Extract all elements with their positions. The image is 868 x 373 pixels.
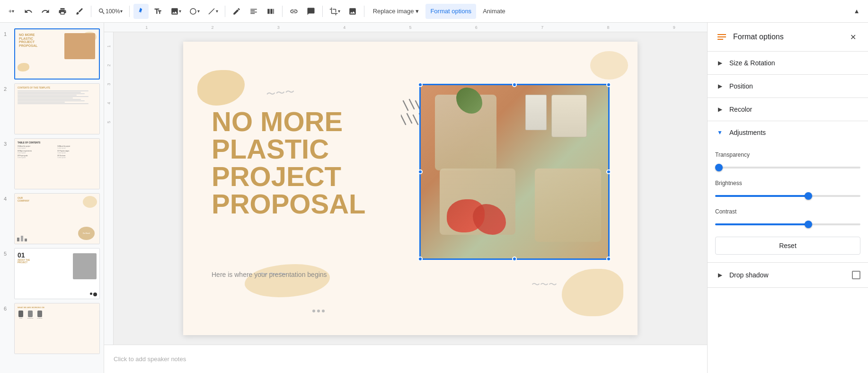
v-ruler-mark: 3 [106, 83, 111, 85]
recolor-header[interactable]: ▶ Recolor [708, 98, 868, 121]
brightness-slider[interactable] [715, 195, 860, 197]
slide-thumb-2[interactable]: 2 CONTENTS OF THIS TEMPLATE [0, 81, 104, 136]
reset-button[interactable]: Reset [715, 237, 860, 255]
column-button[interactable] [263, 4, 278, 19]
drop-shadow-row: ▶ Drop shadow [708, 263, 868, 287]
adjustments-header[interactable]: ▼ Adjustments [708, 121, 868, 144]
handle-middle-left[interactable] [418, 169, 423, 174]
blob-top-left [197, 70, 245, 106]
contrast-label: Contrast [715, 208, 860, 215]
divider1 [91, 6, 91, 17]
divider5 [322, 6, 323, 17]
ruler-mark: 9 [641, 25, 707, 30]
size-rotation-header[interactable]: ▶ Size & Rotation [708, 52, 868, 74]
cursor-button[interactable] [133, 4, 149, 19]
textbox-button[interactable] [151, 4, 166, 19]
canvas-body: 1 2 3 4 5 〜〜〜 [104, 32, 707, 345]
blob-top-right [590, 51, 628, 80]
slide-canvas-container[interactable]: 〜〜〜 〜〜〜 〜〜〜 〜〜〜 [114, 32, 707, 345]
slide-num-6: 6 [4, 303, 10, 311]
line-button[interactable]: ▾ [204, 4, 221, 19]
contrast-slider[interactable] [715, 223, 860, 225]
slide-preview-1: NO MOREPLASTICPROJECTPROPOSAL [14, 28, 100, 80]
ruler-mark: 7 [509, 25, 575, 30]
slide-thumb-3[interactable]: 3 TABLE OF CONTENTS 01 About the project… [0, 136, 104, 191]
s1-image [64, 33, 95, 59]
size-rotation-section: ▶ Size & Rotation [708, 52, 868, 75]
add-icon: + [9, 8, 12, 15]
drop-shadow-title: Drop shadow [729, 271, 847, 279]
handle-bottom-middle[interactable] [512, 257, 517, 261]
main-area: 1 NO MOREPLASTICPROJECTPROPOSAL 2 CONTEN… [0, 23, 868, 373]
v-ruler-mark: 5 [106, 121, 111, 123]
slide-image[interactable] [420, 84, 609, 259]
speaker-notes-placeholder: Click to add speaker notes [114, 355, 186, 363]
ruler-mark: 4 [311, 25, 377, 30]
slide-thumb-5[interactable]: 5 01 ABOUT THEPROJECT [0, 246, 104, 301]
horizontal-ruler: 1 2 3 4 5 6 7 8 9 [104, 23, 707, 32]
handle-top-left[interactable] [418, 82, 423, 87]
slide-thumb-1[interactable]: 1 NO MOREPLASTICPROJECTPROPOSAL [0, 27, 104, 81]
notes-dots-indicator [312, 310, 325, 312]
handle-middle-right[interactable] [606, 169, 611, 174]
v-ruler-mark: 1 [106, 45, 111, 47]
add-button[interactable]: + ▾ [4, 4, 19, 19]
slide-num-5: 5 [4, 248, 10, 257]
animate-button[interactable]: Animate [478, 4, 510, 19]
handle-top-middle[interactable] [512, 82, 517, 87]
drop-shadow-checkbox[interactable] [852, 271, 860, 279]
adjustments-section: ▼ Adjustments Transparency Brightness Co… [708, 121, 868, 263]
paint-button[interactable] [72, 4, 87, 19]
wavy-1: 〜〜〜 [266, 85, 295, 100]
divider3 [225, 6, 225, 17]
ruler-mark: 3 [246, 25, 311, 30]
replace-image-label: Replace image [373, 8, 414, 15]
print-button[interactable] [55, 4, 70, 19]
position-title: Position [729, 82, 753, 90]
slide-thumb-6[interactable]: 6 WHAT WE ARE WORKING ON Retail Resident… [0, 301, 104, 356]
slide-preview-3: TABLE OF CONTENTS 01 About the projectLo… [14, 138, 100, 189]
position-section: ▶ Position [708, 75, 868, 98]
image-button[interactable]: ▾ [168, 4, 184, 19]
handle-bottom-right[interactable] [606, 257, 611, 261]
comment-button[interactable] [303, 4, 319, 19]
speaker-notes[interactable]: Click to add speaker notes [104, 345, 707, 373]
shape-button[interactable]: ▾ [186, 4, 203, 19]
zoom-button[interactable]: 100% ▾ [95, 4, 125, 19]
slides-panel: 1 NO MOREPLASTICPROJECTPROPOSAL 2 CONTEN… [0, 23, 104, 373]
image-options-button[interactable] [345, 4, 360, 19]
redo-button[interactable] [38, 4, 53, 19]
close-icon: ✕ [850, 33, 856, 42]
vertical-ruler: 1 2 3 4 5 [104, 32, 114, 345]
slide-thumb-4[interactable]: 4 OURCOMPANY Our Brand [0, 191, 104, 246]
divider4 [282, 6, 283, 17]
replace-image-button[interactable]: Replace image ▾ [368, 4, 424, 19]
brightness-container: Brightness [715, 180, 860, 199]
position-header[interactable]: ▶ Position [708, 75, 868, 98]
pen-button[interactable] [229, 4, 244, 19]
handle-bottom-left[interactable] [418, 257, 423, 261]
blob-bottom-left [245, 264, 330, 297]
crop-button[interactable]: ▾ [327, 4, 343, 19]
divider2 [129, 6, 130, 17]
slide-preview-6: WHAT WE ARE WORKING ON Retail Residentia… [14, 303, 100, 354]
format-panel: Format options ✕ ▶ Size & Rotation ▶ Pos… [707, 23, 868, 373]
svg-line-8 [407, 114, 412, 123]
transparency-slider[interactable] [715, 167, 860, 169]
align-button[interactable] [246, 4, 261, 19]
selected-image-container[interactable] [420, 84, 609, 259]
slide-subtitle: Here is where your presentation begins [212, 271, 327, 278]
svg-line-3 [409, 99, 414, 109]
format-panel-close-button[interactable]: ✕ [845, 29, 860, 44]
format-options-button[interactable]: Format options [425, 4, 476, 19]
size-rotation-title: Size & Rotation [729, 59, 775, 67]
toolbar: + ▾ 100% ▾ ▾ ▾ ▾ [0, 0, 868, 23]
undo-button[interactable] [21, 4, 36, 19]
blob-bottom-right [562, 269, 623, 316]
collapse-toolbar-button[interactable]: ▲ [849, 4, 864, 19]
link-button[interactable] [286, 4, 301, 19]
size-rotation-chevron: ▶ [715, 58, 725, 68]
slide-title: NO MORE PLASTIC PROJECT PROPOSAL [212, 108, 366, 218]
svg-point-0 [190, 9, 196, 14]
handle-top-right[interactable] [606, 82, 611, 87]
